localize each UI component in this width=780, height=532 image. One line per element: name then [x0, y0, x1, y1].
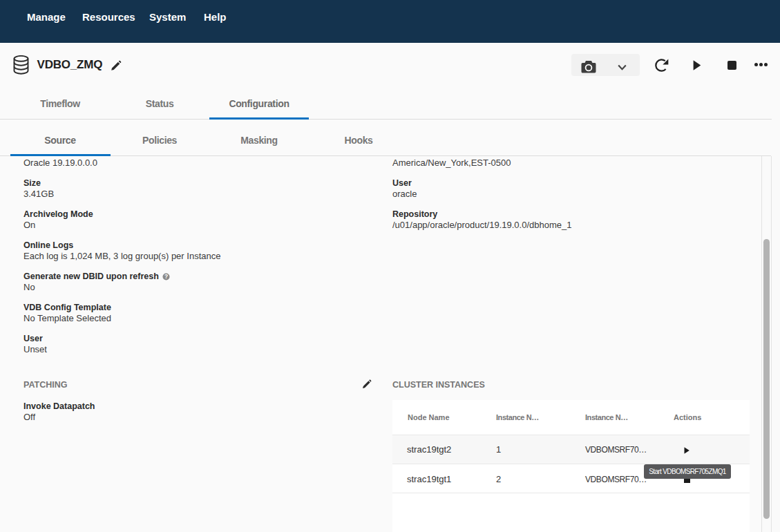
svg-text:?: ?: [164, 273, 168, 280]
